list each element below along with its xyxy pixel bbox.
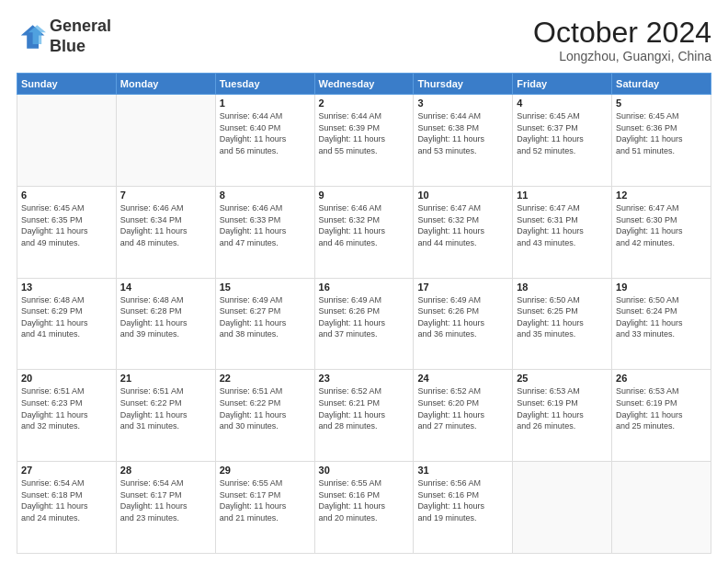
weekday-header-row: SundayMondayTuesdayWednesdayThursdayFrid… xyxy=(17,74,711,95)
calendar-cell: 18Sunrise: 6:50 AM Sunset: 6:25 PM Dayli… xyxy=(513,278,612,370)
month-title: October 2024 xyxy=(533,17,711,49)
calendar-cell: 26Sunrise: 6:53 AM Sunset: 6:19 PM Dayli… xyxy=(612,370,711,462)
day-detail: Sunrise: 6:51 AM Sunset: 6:22 PM Dayligh… xyxy=(220,385,311,431)
day-detail: Sunrise: 6:52 AM Sunset: 6:20 PM Dayligh… xyxy=(417,385,508,431)
day-detail: Sunrise: 6:47 AM Sunset: 6:30 PM Dayligh… xyxy=(616,202,707,248)
day-number: 25 xyxy=(517,373,608,384)
day-detail: Sunrise: 6:53 AM Sunset: 6:19 PM Dayligh… xyxy=(616,385,707,431)
header: General Blue October 2024 Longzhou, Guan… xyxy=(17,17,711,63)
day-detail: Sunrise: 6:48 AM Sunset: 6:28 PM Dayligh… xyxy=(120,294,211,340)
calendar-cell: 4Sunrise: 6:45 AM Sunset: 6:37 PM Daylig… xyxy=(513,95,612,187)
day-detail: Sunrise: 6:55 AM Sunset: 6:16 PM Dayligh… xyxy=(319,477,410,523)
day-number: 11 xyxy=(517,190,608,201)
weekday-header-thursday: Thursday xyxy=(414,74,513,95)
calendar-cell: 13Sunrise: 6:48 AM Sunset: 6:29 PM Dayli… xyxy=(17,278,117,370)
location: Longzhou, Guangxi, China xyxy=(533,49,711,63)
day-detail: Sunrise: 6:46 AM Sunset: 6:32 PM Dayligh… xyxy=(319,202,410,248)
calendar-cell: 9Sunrise: 6:46 AM Sunset: 6:32 PM Daylig… xyxy=(314,186,414,278)
calendar-table: SundayMondayTuesdayWednesdayThursdayFrid… xyxy=(17,73,711,554)
day-number: 2 xyxy=(319,98,410,109)
day-number: 13 xyxy=(21,282,112,293)
day-detail: Sunrise: 6:45 AM Sunset: 6:35 PM Dayligh… xyxy=(21,202,112,248)
week-row-4: 20Sunrise: 6:51 AM Sunset: 6:23 PM Dayli… xyxy=(17,370,711,462)
week-row-2: 6Sunrise: 6:45 AM Sunset: 6:35 PM Daylig… xyxy=(17,186,711,278)
calendar-cell xyxy=(513,462,612,554)
calendar-cell: 5Sunrise: 6:45 AM Sunset: 6:36 PM Daylig… xyxy=(612,95,711,187)
calendar-cell: 30Sunrise: 6:55 AM Sunset: 6:16 PM Dayli… xyxy=(314,462,414,554)
day-number: 14 xyxy=(120,282,211,293)
calendar-cell: 28Sunrise: 6:54 AM Sunset: 6:17 PM Dayli… xyxy=(116,462,215,554)
calendar-cell xyxy=(612,462,711,554)
day-detail: Sunrise: 6:49 AM Sunset: 6:26 PM Dayligh… xyxy=(417,294,508,340)
day-detail: Sunrise: 6:48 AM Sunset: 6:29 PM Dayligh… xyxy=(21,294,112,340)
day-detail: Sunrise: 6:50 AM Sunset: 6:25 PM Dayligh… xyxy=(517,294,608,340)
day-number: 23 xyxy=(319,373,410,384)
day-number: 27 xyxy=(21,465,112,476)
day-number: 5 xyxy=(616,98,707,109)
calendar-cell: 22Sunrise: 6:51 AM Sunset: 6:22 PM Dayli… xyxy=(215,370,314,462)
calendar-cell: 20Sunrise: 6:51 AM Sunset: 6:23 PM Dayli… xyxy=(17,370,117,462)
day-number: 10 xyxy=(417,190,508,201)
calendar-cell: 27Sunrise: 6:54 AM Sunset: 6:18 PM Dayli… xyxy=(17,462,117,554)
day-detail: Sunrise: 6:45 AM Sunset: 6:36 PM Dayligh… xyxy=(616,110,707,156)
day-detail: Sunrise: 6:49 AM Sunset: 6:26 PM Dayligh… xyxy=(319,294,410,340)
day-detail: Sunrise: 6:54 AM Sunset: 6:18 PM Dayligh… xyxy=(21,477,112,523)
day-number: 19 xyxy=(616,282,707,293)
day-number: 21 xyxy=(120,373,211,384)
day-number: 6 xyxy=(21,190,112,201)
calendar-cell: 23Sunrise: 6:52 AM Sunset: 6:21 PM Dayli… xyxy=(314,370,414,462)
calendar-cell: 21Sunrise: 6:51 AM Sunset: 6:22 PM Dayli… xyxy=(116,370,215,462)
day-number: 4 xyxy=(517,98,608,109)
calendar-cell xyxy=(116,95,215,187)
day-detail: Sunrise: 6:55 AM Sunset: 6:17 PM Dayligh… xyxy=(220,477,311,523)
day-detail: Sunrise: 6:51 AM Sunset: 6:22 PM Dayligh… xyxy=(120,385,211,431)
weekday-header-monday: Monday xyxy=(116,74,215,95)
day-detail: Sunrise: 6:46 AM Sunset: 6:33 PM Dayligh… xyxy=(220,202,311,248)
week-row-1: 1Sunrise: 6:44 AM Sunset: 6:40 PM Daylig… xyxy=(17,95,711,187)
day-detail: Sunrise: 6:47 AM Sunset: 6:31 PM Dayligh… xyxy=(517,202,608,248)
weekday-header-tuesday: Tuesday xyxy=(215,74,314,95)
day-number: 15 xyxy=(220,282,311,293)
day-number: 1 xyxy=(220,98,311,109)
calendar-cell: 10Sunrise: 6:47 AM Sunset: 6:32 PM Dayli… xyxy=(414,186,513,278)
calendar-cell: 1Sunrise: 6:44 AM Sunset: 6:40 PM Daylig… xyxy=(215,95,314,187)
title-block: October 2024 Longzhou, Guangxi, China xyxy=(533,17,711,63)
day-number: 17 xyxy=(417,282,508,293)
logo-icon xyxy=(17,22,46,52)
calendar-cell: 7Sunrise: 6:46 AM Sunset: 6:34 PM Daylig… xyxy=(116,186,215,278)
day-detail: Sunrise: 6:52 AM Sunset: 6:21 PM Dayligh… xyxy=(319,385,410,431)
day-number: 3 xyxy=(417,98,508,109)
day-number: 29 xyxy=(220,465,311,476)
day-detail: Sunrise: 6:54 AM Sunset: 6:17 PM Dayligh… xyxy=(120,477,211,523)
page: General Blue October 2024 Longzhou, Guan… xyxy=(0,0,728,563)
day-number: 12 xyxy=(616,190,707,201)
day-detail: Sunrise: 6:47 AM Sunset: 6:32 PM Dayligh… xyxy=(417,202,508,248)
calendar-cell: 25Sunrise: 6:53 AM Sunset: 6:19 PM Dayli… xyxy=(513,370,612,462)
day-number: 22 xyxy=(220,373,311,384)
calendar-cell: 3Sunrise: 6:44 AM Sunset: 6:38 PM Daylig… xyxy=(414,95,513,187)
calendar-cell xyxy=(17,95,117,187)
calendar-cell: 19Sunrise: 6:50 AM Sunset: 6:24 PM Dayli… xyxy=(612,278,711,370)
weekday-header-sunday: Sunday xyxy=(17,74,117,95)
day-number: 28 xyxy=(120,465,211,476)
logo: General Blue xyxy=(17,17,111,56)
calendar-cell: 31Sunrise: 6:56 AM Sunset: 6:16 PM Dayli… xyxy=(414,462,513,554)
logo-text: General Blue xyxy=(50,17,111,56)
day-number: 8 xyxy=(220,190,311,201)
calendar-cell: 11Sunrise: 6:47 AM Sunset: 6:31 PM Dayli… xyxy=(513,186,612,278)
day-number: 24 xyxy=(417,373,508,384)
day-detail: Sunrise: 6:49 AM Sunset: 6:27 PM Dayligh… xyxy=(220,294,311,340)
day-detail: Sunrise: 6:45 AM Sunset: 6:37 PM Dayligh… xyxy=(517,110,608,156)
day-detail: Sunrise: 6:44 AM Sunset: 6:40 PM Dayligh… xyxy=(220,110,311,156)
day-number: 7 xyxy=(120,190,211,201)
calendar-cell: 2Sunrise: 6:44 AM Sunset: 6:39 PM Daylig… xyxy=(314,95,414,187)
day-number: 16 xyxy=(319,282,410,293)
calendar-cell: 15Sunrise: 6:49 AM Sunset: 6:27 PM Dayli… xyxy=(215,278,314,370)
calendar-cell: 24Sunrise: 6:52 AM Sunset: 6:20 PM Dayli… xyxy=(414,370,513,462)
day-detail: Sunrise: 6:50 AM Sunset: 6:24 PM Dayligh… xyxy=(616,294,707,340)
day-number: 26 xyxy=(616,373,707,384)
day-detail: Sunrise: 6:44 AM Sunset: 6:39 PM Dayligh… xyxy=(319,110,410,156)
week-row-3: 13Sunrise: 6:48 AM Sunset: 6:29 PM Dayli… xyxy=(17,278,711,370)
day-number: 18 xyxy=(517,282,608,293)
calendar-cell: 6Sunrise: 6:45 AM Sunset: 6:35 PM Daylig… xyxy=(17,186,117,278)
